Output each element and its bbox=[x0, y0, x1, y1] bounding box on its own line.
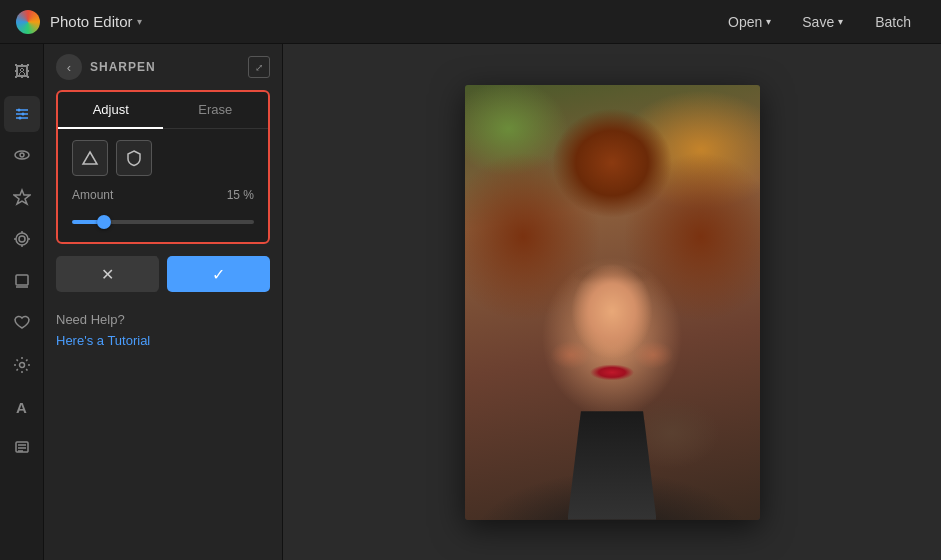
icon-bar: 🖼 bbox=[0, 44, 44, 560]
main-area: 🖼 bbox=[0, 44, 941, 560]
app-title[interactable]: Photo Editor ▾ bbox=[50, 13, 142, 30]
sidebar-item-star[interactable] bbox=[4, 179, 40, 215]
shield-tool-button[interactable] bbox=[116, 140, 152, 176]
sidebar-item-layers[interactable] bbox=[4, 263, 40, 299]
panel-header: ‹ SHARPEN ⤢ bbox=[44, 44, 282, 90]
save-button[interactable]: Save ▾ bbox=[788, 8, 857, 36]
batch-button[interactable]: Batch bbox=[861, 8, 925, 36]
svg-marker-22 bbox=[83, 152, 97, 164]
tab-erase[interactable]: Erase bbox=[163, 92, 269, 128]
svg-point-17 bbox=[19, 363, 24, 368]
tool-icons bbox=[58, 129, 268, 184]
svg-point-6 bbox=[15, 151, 29, 159]
svg-point-10 bbox=[16, 233, 28, 245]
sidebar-item-settings[interactable] bbox=[4, 347, 40, 383]
svg-point-3 bbox=[17, 109, 20, 112]
amount-slider[interactable] bbox=[72, 220, 254, 224]
tab-adjust[interactable]: Adjust bbox=[58, 92, 163, 129]
sidebar-item-favorites[interactable] bbox=[4, 305, 40, 341]
confirm-button[interactable]: ✓ bbox=[167, 256, 271, 292]
action-row: ✕ ✓ bbox=[44, 256, 282, 304]
sidebar-item-brush[interactable] bbox=[4, 430, 40, 466]
help-section: Need Help? Here's a Tutorial bbox=[44, 304, 282, 357]
save-chevron: ▾ bbox=[838, 16, 843, 27]
header-actions: Open ▾ Save ▾ Batch bbox=[714, 8, 925, 36]
canvas-area bbox=[283, 44, 941, 560]
amount-value: 15 % bbox=[227, 188, 254, 202]
app-logo bbox=[16, 10, 40, 34]
app-title-text: Photo Editor bbox=[50, 13, 133, 30]
svg-point-5 bbox=[18, 117, 21, 120]
svg-point-7 bbox=[20, 153, 24, 157]
sidebar-item-effects[interactable] bbox=[4, 221, 40, 257]
svg-marker-8 bbox=[14, 190, 30, 204]
svg-rect-15 bbox=[16, 275, 28, 285]
cancel-button[interactable]: ✕ bbox=[56, 256, 159, 292]
photo-container bbox=[465, 85, 760, 520]
back-button[interactable]: ‹ bbox=[56, 54, 82, 80]
open-button[interactable]: Open ▾ bbox=[714, 8, 784, 36]
sidebar-item-edit[interactable] bbox=[4, 96, 40, 132]
sidebar-item-view[interactable] bbox=[4, 138, 40, 173]
photo-frame bbox=[465, 85, 760, 520]
amount-label: Amount bbox=[72, 188, 113, 202]
svg-point-4 bbox=[21, 113, 24, 116]
title-chevron: ▾ bbox=[137, 16, 142, 27]
tab-row: Adjust Erase bbox=[58, 92, 268, 129]
slider-container bbox=[58, 210, 268, 242]
help-text: Need Help? bbox=[56, 312, 270, 327]
app-header: Photo Editor ▾ Open ▾ Save ▾ Batch bbox=[0, 0, 941, 44]
sharpen-panel: Adjust Erase Amount 15 % bbox=[56, 90, 270, 244]
sidebar-item-image[interactable]: 🖼 bbox=[4, 54, 40, 90]
sidebar-panel: ‹ SHARPEN ⤢ Adjust Erase bbox=[44, 44, 283, 560]
svg-point-9 bbox=[19, 236, 25, 242]
panel-title: SHARPEN bbox=[90, 60, 240, 74]
amount-row: Amount 15 % bbox=[58, 184, 268, 210]
open-chevron: ▾ bbox=[766, 16, 771, 27]
help-link[interactable]: Here's a Tutorial bbox=[56, 333, 150, 348]
sidebar-item-text[interactable]: A bbox=[4, 389, 40, 424]
expand-icon[interactable]: ⤢ bbox=[248, 56, 270, 78]
photo-image bbox=[465, 85, 760, 520]
triangle-tool-button[interactable] bbox=[72, 140, 108, 176]
